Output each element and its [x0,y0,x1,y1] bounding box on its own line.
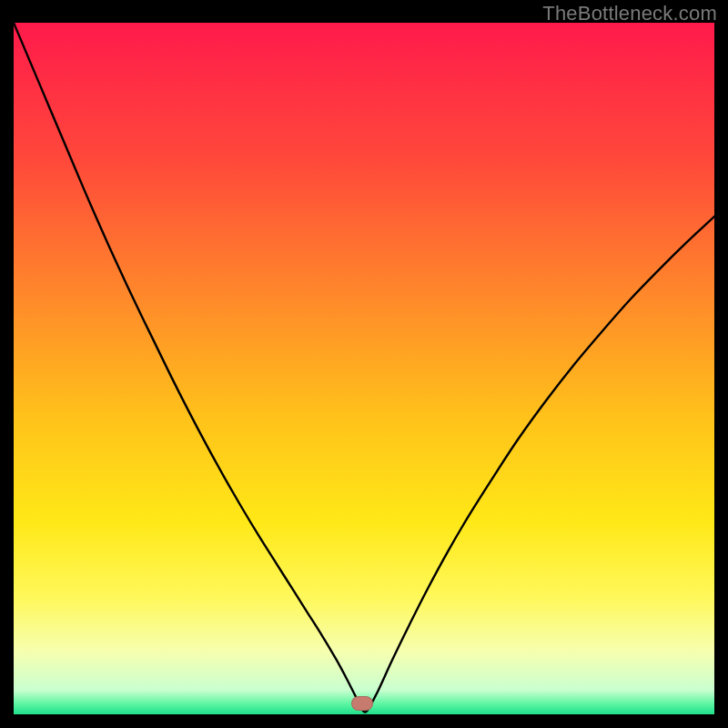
chart-frame: TheBottleneck.com [0,0,728,728]
chart-svg [14,23,714,714]
plot-area [14,23,714,714]
gradient-background [14,23,714,714]
optimum-marker [351,696,373,711]
